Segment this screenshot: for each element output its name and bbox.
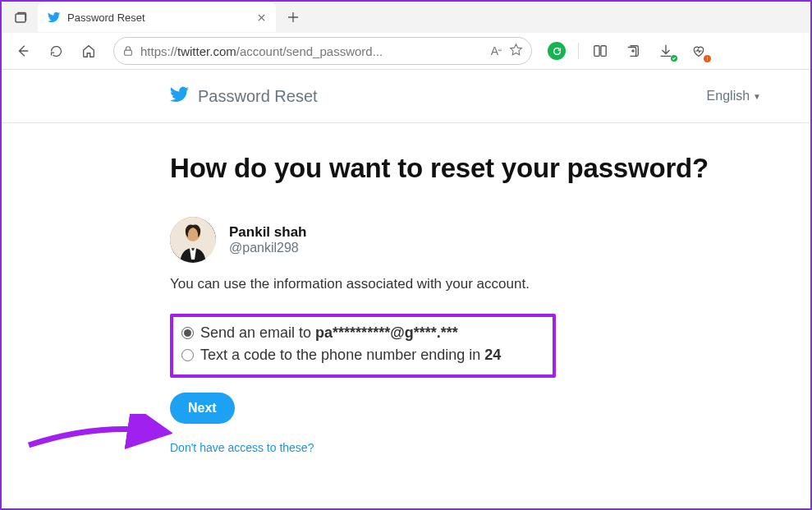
option-sms-radio[interactable] (181, 349, 194, 361)
account-info: Pankil shah @pankil298 (170, 217, 741, 263)
option-sms[interactable]: Text a code to the phone number ending i… (181, 344, 544, 366)
browser-tab[interactable]: Password Reset (38, 2, 276, 32)
language-selector[interactable]: English ▼ (707, 89, 761, 103)
close-icon (257, 13, 266, 22)
refresh-icon (49, 44, 63, 58)
downloads-button[interactable] (651, 36, 681, 66)
avatar (170, 217, 216, 263)
caret-down-icon: ▼ (753, 92, 761, 101)
toolbar-divider (578, 43, 579, 59)
tab-title: Password Reset (67, 11, 248, 24)
reader-mode-button[interactable]: A༤ (491, 44, 502, 57)
page-heading: How do you want to reset your password? (170, 153, 741, 184)
favorite-button[interactable] (509, 43, 523, 60)
twitter-logo (170, 85, 190, 108)
page-content: Password Reset English ▼ How do you want… (2, 70, 810, 455)
plus-icon (287, 11, 299, 23)
no-access-link[interactable]: Don't have access to these? (170, 441, 314, 454)
star-icon (509, 43, 523, 57)
header-title: Password Reset (198, 87, 318, 106)
grammarly-icon (548, 42, 566, 60)
svg-rect-3 (601, 46, 606, 57)
svg-rect-0 (16, 14, 25, 22)
split-icon (593, 44, 608, 58)
tabs-icon (14, 11, 27, 24)
twitter-icon (170, 85, 190, 104)
nav-bar: https://twitter.com/account/send_passwor… (2, 33, 810, 69)
tab-actions-button[interactable] (8, 5, 33, 30)
grammarly-extension[interactable] (542, 36, 571, 66)
close-tab-button[interactable] (255, 11, 268, 24)
option-email[interactable]: Send an email to pa**********@g****.*** (181, 322, 544, 344)
instruction-text: You can use the information associated w… (170, 276, 741, 292)
option-email-radio[interactable] (181, 327, 194, 339)
user-handle: @pankil298 (229, 241, 306, 255)
browser-chrome: Password Reset https://twitter.com/accou… (2, 2, 810, 70)
url-text: https://twitter.com/account/send_passwor… (140, 44, 484, 58)
user-name: Pankil shah (229, 224, 306, 241)
home-icon (81, 44, 96, 58)
back-button[interactable] (8, 36, 38, 66)
svg-rect-1 (125, 50, 132, 55)
collections-button[interactable] (618, 36, 648, 66)
reset-options: Send an email to pa**********@g****.*** … (170, 314, 556, 378)
collections-icon (626, 44, 640, 58)
refresh-button[interactable] (41, 36, 71, 66)
twitter-icon (48, 11, 61, 24)
next-button[interactable]: Next (170, 393, 235, 424)
health-extension[interactable]: ! (684, 36, 713, 66)
page-header: Password Reset English ▼ (2, 70, 810, 123)
svg-rect-2 (594, 46, 599, 57)
home-button[interactable] (74, 36, 103, 66)
new-tab-button[interactable] (281, 5, 305, 30)
split-screen-button[interactable] (585, 36, 615, 66)
address-bar[interactable]: https://twitter.com/account/send_passwor… (113, 37, 532, 65)
lock-icon (122, 45, 134, 57)
tab-strip: Password Reset (2, 2, 810, 33)
arrow-left-icon (16, 44, 30, 58)
